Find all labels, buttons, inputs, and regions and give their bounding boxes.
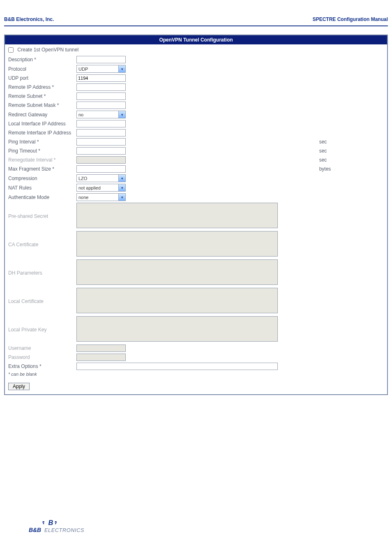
document-header: B&B Electronics, Inc. SPECTRE Configurat… xyxy=(0,16,392,25)
chevron-down-icon: ▾ xyxy=(118,194,125,201)
max-fragment-unit: bytes xyxy=(318,164,387,173)
dh-params-textarea xyxy=(76,259,278,285)
chevron-down-icon: ▾ xyxy=(118,65,125,72)
password-label: Password xyxy=(5,353,75,362)
header-right: SPECTRE Configuration Manual xyxy=(313,16,388,22)
nat-rules-value: not applied xyxy=(77,185,118,190)
local-key-label: Local Private Key xyxy=(5,315,75,344)
nat-rules-select[interactable]: not applied ▾ xyxy=(76,184,126,192)
svg-text:ELECTRONICS: ELECTRONICS xyxy=(44,527,84,533)
apply-button[interactable]: Apply xyxy=(8,383,30,390)
local-if-ip-label: Local Interface IP Address xyxy=(5,119,75,128)
redirect-gateway-select[interactable]: no ▾ xyxy=(76,111,126,118)
footnote: * can be blank xyxy=(5,371,387,380)
renegotiate-label: Renegotiate Interval * xyxy=(5,155,75,164)
renegotiate-unit: sec xyxy=(318,155,387,164)
redirect-gateway-label: Redirect Gateway xyxy=(5,110,75,119)
local-if-ip-input[interactable] xyxy=(76,120,126,127)
auth-mode-select[interactable]: none ▾ xyxy=(76,193,126,201)
svg-text:B&B: B&B xyxy=(29,527,41,533)
ping-timeout-label: Ping Timeout * xyxy=(5,146,75,155)
header-rule xyxy=(4,25,388,26)
remote-if-ip-label: Remote Interface IP Address xyxy=(5,128,75,137)
footer-logo: B B&B ELECTRONICS xyxy=(29,518,388,538)
username-input xyxy=(76,345,126,352)
nat-rules-label: NAT Rules xyxy=(5,183,75,192)
ping-timeout-input[interactable] xyxy=(76,147,126,155)
svg-text:B: B xyxy=(48,519,53,527)
chevron-down-icon: ▾ xyxy=(118,184,125,191)
remote-subnet-mask-label: Remote Subnet Mask * xyxy=(5,101,75,110)
ca-cert-label: CA Certificate xyxy=(5,230,75,259)
create-tunnel-label: Create 1st OpenVPN tunnel xyxy=(17,47,78,53)
ping-interval-label: Ping Interval * xyxy=(5,137,75,146)
max-fragment-input[interactable] xyxy=(76,165,126,173)
remote-subnet-label: Remote Subnet * xyxy=(5,92,75,101)
ping-interval-unit: sec xyxy=(318,137,387,146)
panel-title: OpenVPN Tunnel Configuration xyxy=(5,35,387,44)
protocol-select[interactable]: UDP ▾ xyxy=(76,65,126,73)
protocol-label: Protocol xyxy=(5,64,75,74)
auth-mode-value: none xyxy=(77,195,118,200)
extra-opts-label: Extra Options * xyxy=(5,362,75,371)
create-tunnel-checkbox[interactable] xyxy=(8,47,14,53)
chevron-down-icon: ▾ xyxy=(118,111,125,118)
ping-interval-input[interactable] xyxy=(76,138,126,146)
username-label: Username xyxy=(5,344,75,353)
protocol-value: UDP xyxy=(77,67,118,72)
udp-port-label: UDP port xyxy=(5,74,75,83)
preshared-textarea xyxy=(76,203,278,228)
chevron-down-icon: ▾ xyxy=(118,175,125,182)
preshared-label: Pre-shared Secret xyxy=(5,202,75,230)
compression-label: Compression xyxy=(5,173,75,183)
local-cert-label: Local Certificate xyxy=(5,287,75,315)
local-key-textarea xyxy=(76,316,278,342)
remote-subnet-mask-input[interactable] xyxy=(76,102,126,109)
remote-subnet-input[interactable] xyxy=(76,92,126,100)
redirect-gateway-value: no xyxy=(77,112,118,117)
config-panel: OpenVPN Tunnel Configuration Create 1st … xyxy=(4,35,388,395)
compression-value: LZO xyxy=(77,176,118,181)
description-label: Description * xyxy=(5,55,75,64)
header-left: B&B Electronics, Inc. xyxy=(4,16,54,22)
remote-if-ip-input[interactable] xyxy=(76,129,126,136)
auth-mode-label: Authenticate Mode xyxy=(5,192,75,202)
remote-ip-label: Remote IP Address * xyxy=(5,83,75,92)
renegotiate-input xyxy=(76,156,126,164)
local-cert-textarea xyxy=(76,288,278,313)
form-table: Description * Protocol UDP ▾ UDP port Re… xyxy=(5,55,387,371)
udp-port-input[interactable] xyxy=(76,74,126,82)
max-fragment-label: Max Fragment Size * xyxy=(5,164,75,173)
compression-select[interactable]: LZO ▾ xyxy=(76,174,126,182)
bb-electronics-logo-icon: B B&B ELECTRONICS xyxy=(29,518,107,536)
remote-ip-input[interactable] xyxy=(76,83,126,91)
create-tunnel-row: Create 1st OpenVPN tunnel xyxy=(5,44,387,55)
dh-params-label: DH Parameters xyxy=(5,259,75,287)
extra-opts-input[interactable] xyxy=(76,363,278,370)
ca-cert-textarea xyxy=(76,231,278,257)
ping-timeout-unit: sec xyxy=(318,146,387,155)
description-input[interactable] xyxy=(76,56,126,63)
password-input xyxy=(76,354,126,361)
